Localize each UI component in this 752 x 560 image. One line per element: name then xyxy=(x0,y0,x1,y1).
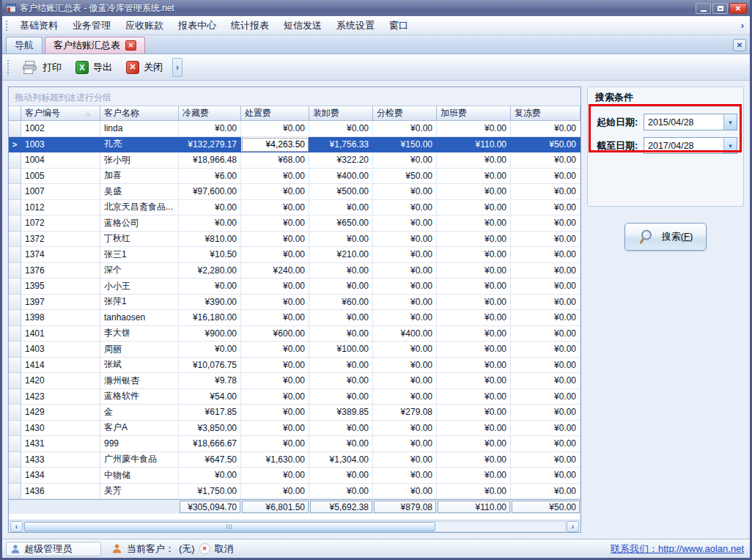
table-row[interactable]: >1003孔亮¥132,279.17¥4,263.50¥1,756.33¥150… xyxy=(9,137,580,153)
table-row[interactable]: 1374张三1¥10.50¥0.00¥210.00¥0.00¥0.00¥0.00 xyxy=(9,247,580,263)
grid-cell[interactable]: ¥500.00 xyxy=(309,184,373,200)
row-indicator[interactable] xyxy=(9,232,21,248)
grid-cell[interactable]: ¥10,076.75 xyxy=(179,358,241,374)
grid-cell[interactable]: ¥0.00 xyxy=(309,373,373,389)
grid-cell[interactable]: ¥0.00 xyxy=(241,405,309,421)
grid-cell[interactable]: ¥0.00 xyxy=(241,295,309,311)
table-row[interactable]: 1007吴盛¥97,600.00¥0.00¥500.00¥0.00¥0.00¥0… xyxy=(9,184,580,200)
grid-cell[interactable]: 蓝格软件 xyxy=(100,389,179,405)
table-row[interactable]: 1429金¥617.85¥0.00¥389.85¥279.08¥0.00¥0.0… xyxy=(9,405,580,421)
grid-cell[interactable]: ¥0.00 xyxy=(511,310,580,326)
grid-cell[interactable]: ¥0.00 xyxy=(437,468,511,484)
grid-cell[interactable]: ¥100.00 xyxy=(309,342,373,358)
grid-cell[interactable]: 张斌 xyxy=(100,358,179,374)
table-row[interactable]: 1376深个¥2,280.00¥240.00¥0.00¥0.00¥0.00¥0.… xyxy=(9,263,580,279)
row-indicator[interactable] xyxy=(9,247,21,263)
grid-cell[interactable]: ¥0.00 xyxy=(437,358,511,374)
grid-cell[interactable]: ¥0.00 xyxy=(373,295,437,311)
table-row[interactable]: 1430客户A¥3,850.00¥0.00¥0.00¥0.00¥0.00¥0.0… xyxy=(9,421,580,437)
table-row[interactable]: 1431999¥18,666.67¥0.00¥0.00¥0.00¥0.00¥0.… xyxy=(9,436,580,452)
grid-cell[interactable]: ¥0.00 xyxy=(437,215,511,232)
grid-cell[interactable]: 1005 xyxy=(21,169,100,185)
cancel-icon[interactable]: ✕ xyxy=(199,543,210,554)
tabstrip-close-icon[interactable]: ✕ xyxy=(733,39,746,51)
row-indicator[interactable] xyxy=(9,389,21,405)
row-indicator[interactable] xyxy=(9,436,21,452)
grid-cell[interactable]: 客户A xyxy=(100,421,179,437)
grid-cell[interactable]: ¥0.00 xyxy=(241,436,309,452)
grid-cell[interactable]: ¥0.00 xyxy=(373,232,437,248)
grid-cell[interactable]: ¥0.00 xyxy=(309,484,373,500)
row-indicator[interactable] xyxy=(9,358,21,374)
grid-cell[interactable]: ¥0.00 xyxy=(373,358,437,374)
grid-cell[interactable]: ¥322.20 xyxy=(309,152,373,169)
grid-cell[interactable]: 1420 xyxy=(21,373,100,389)
grid-cell[interactable]: ¥0.00 xyxy=(437,389,511,405)
grid-cell[interactable]: ¥110.00 xyxy=(437,137,511,153)
column-header[interactable]: 复冻费 xyxy=(511,106,580,121)
scrollbar-track[interactable] xyxy=(23,521,566,532)
menu-item[interactable]: 窗口 xyxy=(382,16,416,35)
grid-cell[interactable]: 滁州银杏 xyxy=(100,373,179,389)
grid-cell[interactable]: ¥0.00 xyxy=(511,484,580,500)
grid-cell[interactable]: ¥400.00 xyxy=(309,169,373,185)
grid-cell[interactable]: ¥0.00 xyxy=(241,421,309,437)
grid-cell[interactable]: ¥0.00 xyxy=(373,247,437,263)
table-row[interactable]: 1420滁州银杏¥9.78¥0.00¥0.00¥0.00¥0.00¥0.00 xyxy=(9,373,580,389)
grid-cell[interactable]: ¥0.00 xyxy=(511,358,580,374)
grid-cell[interactable]: ¥0.00 xyxy=(511,421,580,437)
table-row[interactable]: 1005加喜¥6.00¥0.00¥400.00¥50.00¥0.00¥0.00 xyxy=(9,169,580,185)
grid-cell[interactable]: ¥0.00 xyxy=(437,310,511,326)
grid-cell[interactable]: 深个 xyxy=(100,263,179,279)
grid-cell[interactable]: ¥54.00 xyxy=(179,389,241,405)
grid-cell[interactable]: 1007 xyxy=(21,184,100,200)
grid-cell[interactable]: 1401 xyxy=(21,326,100,342)
grid-cell[interactable]: 1397 xyxy=(21,295,100,311)
column-header[interactable]: 处置费 xyxy=(241,106,309,121)
grid-cell[interactable]: ¥0.00 xyxy=(179,342,241,358)
grid-cell[interactable]: 1372 xyxy=(21,232,100,248)
grid-cell[interactable]: ¥0.00 xyxy=(511,326,580,342)
grid-cell[interactable]: ¥600.00 xyxy=(241,326,309,342)
grid-cell[interactable]: ¥0.00 xyxy=(511,121,580,137)
grid-cell[interactable]: ¥0.00 xyxy=(241,310,309,326)
grid-cell[interactable]: ¥0.00 xyxy=(309,468,373,484)
row-indicator[interactable] xyxy=(9,121,21,137)
grid-cell[interactable]: ¥0.00 xyxy=(309,200,373,216)
table-row[interactable]: 1004张小明¥18,966.48¥68.00¥322.20¥0.00¥0.00… xyxy=(9,152,580,169)
grid-cell[interactable]: ¥0.00 xyxy=(511,279,580,295)
grid-cell[interactable]: ¥0.00 xyxy=(373,121,437,137)
grid-cell[interactable]: ¥0.00 xyxy=(241,247,309,263)
grid-cell[interactable]: ¥0.00 xyxy=(241,200,309,216)
row-indicator[interactable] xyxy=(9,184,21,200)
grid-cell[interactable]: 吴盛 xyxy=(100,184,179,200)
grid-cell[interactable]: 1414 xyxy=(21,358,100,374)
grid-cell[interactable]: ¥0.00 xyxy=(373,421,437,437)
grid-cell[interactable]: ¥0.00 xyxy=(437,421,511,437)
grid-cell[interactable]: ¥0.00 xyxy=(309,263,373,279)
column-header[interactable]: 冷藏费 xyxy=(179,106,241,121)
grid-cell[interactable]: ¥400.00 xyxy=(373,326,437,342)
grid-cell[interactable]: 蓝格公司 xyxy=(100,215,179,232)
grid-cell[interactable]: ¥0.00 xyxy=(437,184,511,200)
grid-cell[interactable]: ¥0.00 xyxy=(241,468,309,484)
selected-row-indicator[interactable]: > xyxy=(9,137,21,153)
tab-customer-settlement-summary[interactable]: 客户结账汇总表 ✕ xyxy=(45,37,145,54)
column-header[interactable]: 加班费 xyxy=(437,106,511,121)
grid-cell[interactable]: ¥16,180.00 xyxy=(179,310,241,326)
close-window-button[interactable]: ✕ xyxy=(729,3,747,14)
grid-cell[interactable]: 张萍1 xyxy=(100,295,179,311)
menubar-grip[interactable] xyxy=(5,20,9,32)
grid-cell[interactable]: 李大饼 xyxy=(100,326,179,342)
grid-cell[interactable]: ¥1,630.00 xyxy=(241,452,309,468)
grid-cell[interactable]: 1003 xyxy=(21,137,100,153)
table-row[interactable]: 1002linda¥0.00¥0.00¥0.00¥0.00¥0.00¥0.00 xyxy=(9,121,580,137)
scroll-left-arrow-icon[interactable]: ‹ xyxy=(10,521,23,532)
row-indicator[interactable] xyxy=(9,295,21,311)
grid-cell[interactable]: ¥0.00 xyxy=(511,436,580,452)
grid-cell[interactable]: 1376 xyxy=(21,263,100,279)
scrollbar-thumb[interactable] xyxy=(24,522,435,531)
end-date-picker[interactable]: 2017/04/28 ▾ xyxy=(644,137,737,154)
grid-cell[interactable]: ¥0.00 xyxy=(511,200,580,216)
grid-cell[interactable]: 中物储 xyxy=(100,468,179,484)
